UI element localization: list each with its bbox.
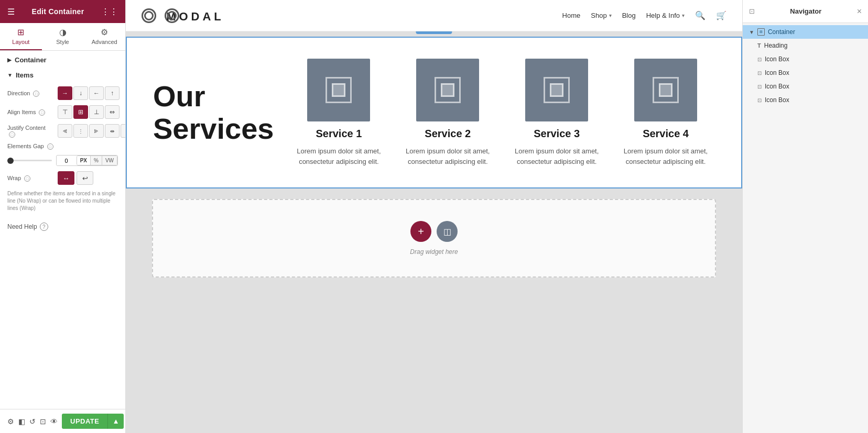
direction-up-btn[interactable]: ↑ (105, 86, 120, 100)
site-nav: Home Shop ▾ Blog Help & Info ▾ 🔍 🛒 (562, 10, 726, 20)
canvas-area: + ⠿ × Our Services (126, 31, 742, 433)
cart-icon[interactable]: 🛒 (716, 10, 726, 20)
nav-home[interactable]: Home (562, 12, 581, 19)
nav-tree-container[interactable]: ▼ ⊞ Container (743, 25, 868, 39)
services-container[interactable]: Our Services Service 1 Lorem ipsum dolor… (126, 37, 742, 188)
right-header-back-icon[interactable]: ⊡ (749, 7, 755, 15)
empty-drop-zone: + ◫ Drag widget here (152, 199, 716, 277)
left-tabs: ⊞ Layout ◑ Style ⚙ Advanced (0, 23, 125, 51)
no-wrap-btn[interactable]: ↔ (58, 171, 74, 185)
unit-px-tab[interactable]: PX (77, 156, 91, 165)
update-dropdown-btn[interactable]: ▲ (107, 414, 123, 429)
tab-layout[interactable]: ⊞ Layout (0, 23, 42, 50)
site-header: MODAL Home Shop ▾ Blog Help & Info ▾ 🔍 🛒 (126, 0, 742, 31)
container-type-icon: ⊞ (757, 28, 765, 36)
nav-iconbox-3-label: Icon Box (765, 83, 789, 90)
toolbar-add-btn[interactable]: + (420, 31, 428, 32)
justify-content-field: Justify Content □ ⫷ ⋮ ⫸ ⇹ ⇺ ⇻ (7, 124, 118, 138)
tab-style[interactable]: ◑ Style (42, 23, 84, 50)
service-3-icon-box (525, 59, 588, 121)
right-panel: ⊡ Navigator × ▼ ⊞ Container T Heading ⊡ … (742, 0, 868, 433)
eye-footer-icon[interactable]: 👁 (50, 414, 58, 429)
gap-value-input[interactable] (57, 156, 77, 165)
service-card-4: Service 4 Lorem ipsum dolor sit amet, co… (616, 59, 715, 166)
nav-shop[interactable]: Shop ▾ (591, 12, 611, 19)
right-panel-title: Navigator (790, 7, 821, 15)
direction-down-btn[interactable]: ↓ (73, 86, 88, 100)
empty-add-btn[interactable]: + (410, 221, 431, 242)
nav-tree-iconbox-4[interactable]: ⊡ Icon Box (743, 93, 868, 107)
history-footer-icon[interactable]: ↺ (29, 414, 36, 429)
justify-start-btn[interactable]: ⫷ (58, 124, 72, 138)
left-panel: ☰ Edit Container ⋮⋮ ⊞ Layout ◑ Style ⚙ A… (0, 0, 126, 433)
shop-chevron-icon: ▾ (609, 13, 612, 18)
direction-right-btn[interactable]: → (58, 86, 72, 100)
justify-space-around-btn[interactable]: ⇺ (121, 124, 125, 138)
justify-space-between-btn[interactable]: ⇹ (105, 124, 120, 138)
service-1-icon-inner (326, 77, 352, 103)
iconbox-1-type-icon: ⊡ (757, 57, 762, 62)
nav-heading-label: Heading (764, 42, 788, 49)
responsive-footer-icon[interactable]: ⊡ (40, 414, 46, 429)
nav-help[interactable]: Help & Info ▾ (646, 12, 685, 19)
wrap-info-icon: □ (24, 175, 30, 182)
align-items-label: Align Items □ (7, 109, 55, 116)
site-logo: MODAL (142, 8, 181, 23)
layers-footer-icon[interactable]: ◧ (18, 414, 25, 429)
align-end-btn[interactable]: ⊥ (89, 105, 104, 119)
left-panel-header: ☰ Edit Container ⋮⋮ (0, 0, 125, 23)
container-section-header[interactable]: ▶ Container (7, 56, 118, 64)
nav-tree-iconbox-2[interactable]: ⊡ Icon Box (743, 66, 868, 80)
align-center-btn[interactable]: ⊞ (73, 105, 88, 119)
toolbar-close-btn[interactable]: × (440, 31, 448, 32)
search-icon[interactable]: 🔍 (695, 10, 706, 20)
container-expand-icon: ▼ (749, 29, 754, 35)
nav-blog[interactable]: Blog (622, 12, 636, 19)
heading-type-icon: T (757, 42, 761, 49)
tab-layout-label: Layout (12, 39, 29, 45)
service-2-icon-inner (435, 77, 461, 103)
items-section-header[interactable]: ▼ Items (7, 71, 118, 79)
wrap-btn[interactable]: ↩ (77, 171, 93, 185)
nav-iconbox-2-label: Icon Box (765, 69, 789, 76)
align-start-btn[interactable]: ⊤ (58, 105, 72, 119)
wrap-btn-group: ↔ ↩ (58, 171, 93, 185)
right-panel-close-icon[interactable]: × (857, 7, 862, 16)
align-items-btn-group: ⊤ ⊞ ⊥ ⇔ (58, 105, 120, 119)
direction-left-btn[interactable]: ← (89, 86, 104, 100)
justify-center-btn[interactable]: ⋮ (73, 124, 88, 138)
service-2-icon-box (416, 59, 479, 121)
need-help[interactable]: Need Help ? (7, 223, 118, 231)
need-help-label: Need Help (7, 223, 37, 230)
empty-folder-btn[interactable]: ◫ (437, 221, 458, 242)
direction-label: Direction □ (7, 90, 55, 97)
nav-tree-iconbox-1[interactable]: ⊡ Icon Box (743, 52, 868, 66)
service-4-icon-inner (653, 77, 679, 103)
panel-title: Edit Container (32, 7, 84, 16)
tab-advanced[interactable]: ⚙ Advanced (83, 23, 125, 50)
service-3-title: Service 3 (534, 128, 580, 140)
direction-field: Direction □ → ↓ ← ↑ (7, 86, 118, 100)
items-section-label: Items (16, 71, 34, 79)
justify-content-label: Justify Content □ (7, 125, 55, 138)
unit-vw-tab[interactable]: VW (102, 156, 117, 165)
toolbar-move-btn[interactable]: ⠿ (429, 31, 439, 32)
hamburger-icon[interactable]: ☰ (7, 7, 15, 17)
logo-circle (142, 8, 156, 23)
gap-unit-tabs: PX % VW (77, 156, 117, 165)
justify-end-btn[interactable]: ⫸ (89, 124, 104, 138)
justify-info-icon: □ (9, 131, 15, 138)
nav-tree-heading[interactable]: T Heading (743, 39, 868, 52)
nav-tree-iconbox-3[interactable]: ⊡ Icon Box (743, 80, 868, 93)
gap-slider[interactable] (7, 160, 52, 161)
update-button[interactable]: UPDATE (62, 414, 107, 429)
unit-percent-tab[interactable]: % (91, 156, 102, 165)
grid-icon[interactable]: ⋮⋮ (101, 7, 118, 17)
service-4-title: Service 4 (643, 128, 689, 140)
tab-advanced-label: Advanced (92, 39, 117, 45)
align-stretch-btn[interactable]: ⇔ (105, 105, 120, 119)
iconbox-4-type-icon: ⊡ (757, 97, 762, 103)
settings-footer-icon[interactable]: ⚙ (7, 414, 14, 429)
left-body: ▶ Container ▼ Items Direction □ → ↓ ← ↑ … (0, 51, 125, 409)
service-4-icon-box (634, 59, 697, 121)
